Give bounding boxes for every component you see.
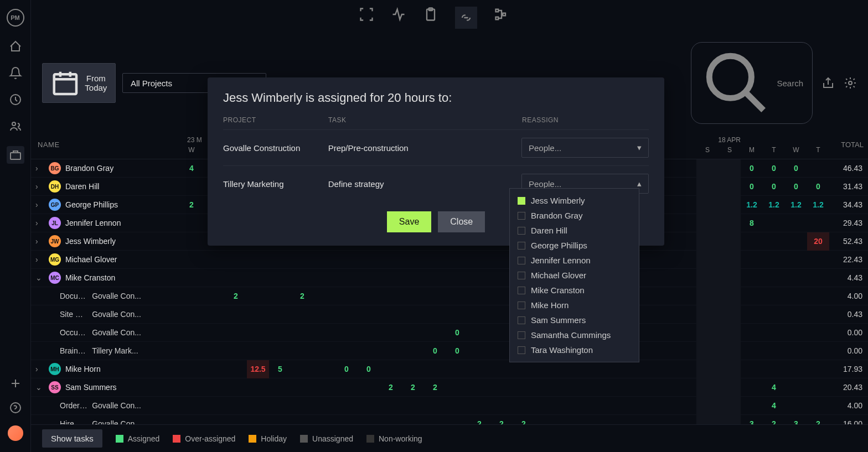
cell[interactable] [424,360,446,378]
task-row[interactable]: Hire CrewGovalle Con...222323216.00 [31,415,868,424]
cell[interactable] [468,397,490,415]
task-row[interactable]: Documents ...Govalle Con...224.00 [31,287,868,305]
plus-icon[interactable] [9,377,22,390]
cell[interactable] [358,342,380,360]
cell[interactable] [763,305,785,324]
cell[interactable] [763,342,785,360]
cell[interactable] [785,287,807,305]
task-row[interactable]: OccupancyGovalle Con...00.00 [31,324,868,342]
cell[interactable] [247,342,269,360]
cell[interactable] [313,415,335,424]
task-row[interactable]: Brainstorm I...Tillery Mark...000.00 [31,342,868,360]
cell[interactable] [203,287,225,305]
dropdown-item[interactable]: Sam Summers [510,313,639,328]
cell[interactable] [380,342,402,360]
task-row[interactable]: Order Equip...Govalle Con...44.00 [31,397,868,415]
cell[interactable] [269,342,291,360]
cell[interactable] [741,378,763,397]
cell[interactable] [247,287,269,305]
cell[interactable]: 8 [741,214,763,232]
reassign-select[interactable]: People...▾ [521,138,649,158]
cell[interactable]: 0 [763,178,785,196]
cell[interactable]: 0 [785,159,807,178]
person-row[interactable]: ⌄SSSam Summers222420.43 [31,378,868,397]
cell[interactable]: 0 [335,360,358,378]
cell[interactable] [402,305,424,324]
cell[interactable] [335,378,358,397]
cell[interactable] [269,324,291,342]
cell[interactable] [468,305,490,324]
dropdown-item[interactable]: Jess Wimberly [510,193,639,208]
cell[interactable] [291,324,313,342]
cell[interactable] [719,342,741,360]
cell[interactable] [313,324,335,342]
cell[interactable] [807,378,829,397]
cell[interactable] [807,269,829,287]
cell[interactable] [741,324,763,342]
cell[interactable] [785,232,807,251]
cell[interactable] [424,324,446,342]
cell[interactable] [402,415,424,424]
cell[interactable] [313,397,335,415]
cell[interactable] [741,360,763,378]
cell[interactable] [807,305,829,324]
task-row[interactable]: Site workGovalle Con...0.43 [31,305,868,324]
person-row[interactable]: ›MGMichael Glover22.43 [31,251,868,269]
cell[interactable] [180,305,203,324]
expand-icon[interactable]: › [35,200,44,209]
cell[interactable]: 2 [490,415,513,424]
cell[interactable]: 2 [763,415,785,424]
cell[interactable] [313,305,335,324]
cell[interactable] [763,287,785,305]
cell[interactable] [719,269,741,287]
cell[interactable] [763,360,785,378]
cell[interactable] [763,324,785,342]
cell[interactable] [380,360,402,378]
cell[interactable] [402,287,424,305]
cell[interactable] [785,305,807,324]
cell[interactable] [696,232,719,251]
cell[interactable]: 2 [468,415,490,424]
people-dropdown[interactable]: Jess WimberlyBrandon GrayDaren HillGeorg… [509,188,639,362]
checkbox[interactable] [518,257,525,264]
cell[interactable] [785,378,807,397]
cell[interactable] [785,342,807,360]
home-icon[interactable] [9,40,22,53]
cell[interactable] [696,342,719,360]
cell[interactable] [719,251,741,269]
cell[interactable]: 0 [358,360,380,378]
cell[interactable] [807,324,829,342]
cell[interactable]: 4 [180,159,203,178]
cell[interactable] [358,324,380,342]
cell[interactable] [203,397,225,415]
cell[interactable] [763,232,785,251]
cell[interactable] [719,305,741,324]
cell[interactable]: 0 [785,178,807,196]
cell[interactable] [335,415,358,424]
checkbox[interactable] [518,212,525,220]
cell[interactable] [180,269,203,287]
cell[interactable] [225,378,247,397]
cell[interactable] [807,251,829,269]
cell[interactable] [696,196,719,214]
close-button[interactable]: Close [438,211,485,232]
checkbox[interactable] [518,287,525,294]
cell[interactable]: 0 [741,178,763,196]
help-icon[interactable] [9,401,22,414]
cell[interactable] [741,287,763,305]
cell[interactable] [180,415,203,424]
cell[interactable] [313,360,335,378]
cell[interactable] [203,269,225,287]
people-icon[interactable] [9,120,22,133]
cell[interactable] [358,397,380,415]
cell[interactable] [741,251,763,269]
cell[interactable] [807,287,829,305]
cell[interactable] [719,378,741,397]
cell[interactable] [335,324,358,342]
checkbox[interactable] [518,316,525,324]
expand-icon[interactable]: › [35,237,44,246]
checkbox[interactable] [518,227,525,235]
dropdown-item[interactable]: Jennifer Lennon [510,253,639,268]
cell[interactable] [402,397,424,415]
cell[interactable] [696,269,719,287]
